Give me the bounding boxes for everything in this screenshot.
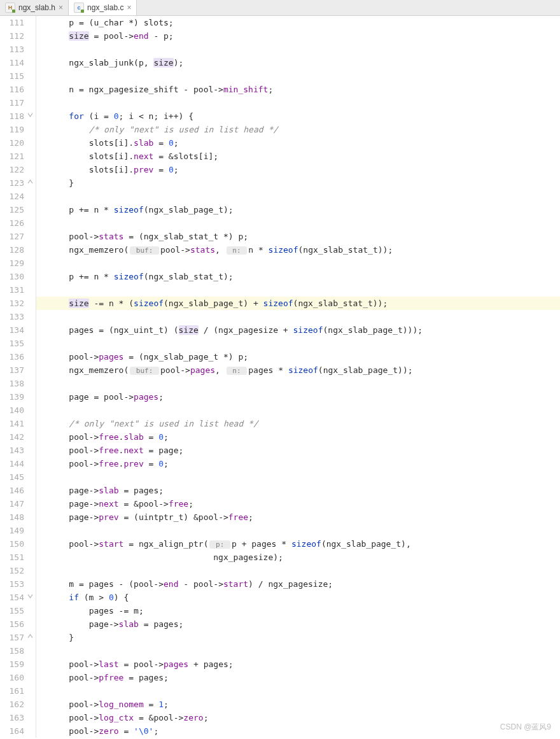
code-line[interactable]: pool->free.prev = 0;: [49, 457, 560, 470]
fold-end-icon[interactable]: [27, 633, 33, 639]
line-number: 117: [4, 96, 24, 109]
code-line[interactable]: ngx_memzero( buf: pool->pages, n: pages …: [49, 363, 560, 377]
line-number: 147: [4, 497, 24, 510]
code-line[interactable]: page->next = &pool->free;: [49, 497, 560, 510]
close-icon[interactable]: ×: [127, 4, 131, 11]
code-line[interactable]: p = (u_char *) slots;: [49, 16, 560, 29]
line-number: 158: [4, 644, 24, 658]
code-line[interactable]: page->slab = pages;: [49, 617, 560, 631]
code-line[interactable]: slots[i].slab = 0;: [49, 136, 560, 150]
line-number: 145: [4, 470, 24, 484]
line-number: 135: [4, 337, 24, 350]
code-line[interactable]: [49, 43, 560, 56]
code-line[interactable]: pages = (ngx_uint_t) (size / (ngx_pagesi…: [49, 323, 560, 337]
parameter-hint: n:: [227, 246, 248, 255]
code-line[interactable]: [49, 283, 560, 297]
tab-bar: ngx_slab.h × ngx_slab.c ×: [0, 0, 560, 16]
line-number: 142: [4, 430, 24, 444]
code-line[interactable]: p += n * sizeof(ngx_slab_page_t);: [49, 203, 560, 216]
tab-ngx-slab-c[interactable]: ngx_slab.c ×: [69, 0, 137, 15]
watermark: CSDN @蓝风9: [500, 721, 551, 734]
line-number: 123: [4, 176, 24, 190]
line-number: 126: [4, 216, 24, 230]
line-number: 125: [4, 203, 24, 216]
code-line[interactable]: [49, 69, 560, 83]
code-line[interactable]: pool->pages = (ngx_slab_page_t *) p;: [49, 350, 560, 363]
code-line[interactable]: size = pool->end - p;: [49, 29, 560, 43]
code-line[interactable]: p += n * sizeof(ngx_slab_stat_t);: [49, 270, 560, 283]
code-line[interactable]: n = ngx_pagesize_shift - pool->min_shift…: [49, 83, 560, 96]
line-number: 160: [4, 671, 24, 684]
code-line[interactable]: }: [49, 631, 560, 644]
code-line[interactable]: page = pool->pages;: [49, 390, 560, 404]
code-line[interactable]: }: [49, 176, 560, 190]
code-line[interactable]: pool->log_ctx = &pool->zero;: [49, 711, 560, 724]
tab-ngx-slab-h[interactable]: ngx_slab.h ×: [0, 0, 69, 15]
code-area[interactable]: p = (u_char *) slots; size = pool->end -…: [36, 16, 560, 738]
line-number: 122: [4, 163, 24, 176]
code-line[interactable]: pool->log_nomem = 1;: [49, 698, 560, 711]
code-line[interactable]: [49, 310, 560, 323]
line-number: 120: [4, 136, 24, 150]
line-number: 144: [4, 457, 24, 470]
line-number: 130: [4, 270, 24, 283]
code-line[interactable]: pool->start = ngx_align_ptr( p: p + page…: [49, 537, 560, 551]
code-line[interactable]: [49, 404, 560, 417]
code-line[interactable]: [49, 216, 560, 230]
fold-end-icon[interactable]: [27, 179, 33, 185]
tab-label: ngx_slab.c: [87, 3, 123, 12]
line-number: 127: [4, 230, 24, 243]
code-line[interactable]: [49, 190, 560, 203]
line-number: 124: [4, 190, 24, 203]
c-file-icon: [74, 3, 84, 13]
line-number: 155: [4, 604, 24, 617]
code-line[interactable]: page->prev = (uintptr_t) &pool->free;: [49, 510, 560, 524]
code-line[interactable]: [49, 470, 560, 484]
code-line[interactable]: [49, 377, 560, 390]
code-line[interactable]: /* only "next" is used in list head */: [49, 417, 560, 430]
line-number: 146: [4, 484, 24, 497]
fold-collapse-icon[interactable]: [27, 112, 33, 118]
code-line[interactable]: [49, 644, 560, 658]
code-line[interactable]: slots[i].prev = 0;: [49, 163, 560, 176]
line-number: 113: [4, 43, 24, 56]
line-number: 156: [4, 617, 24, 631]
line-number: 148: [4, 510, 24, 524]
code-line[interactable]: [49, 524, 560, 537]
code-line[interactable]: ngx_slab_junk(p, size);: [49, 56, 560, 69]
line-number: 129: [4, 257, 24, 270]
parameter-hint: buf:: [130, 367, 159, 375]
code-line[interactable]: for (i = 0; i < n; i++) {: [49, 109, 560, 123]
code-line[interactable]: pool->last = pool->pages + pages;: [49, 658, 560, 671]
code-line[interactable]: pool->zero = '\0';: [49, 724, 560, 738]
code-line[interactable]: [49, 564, 560, 577]
code-line[interactable]: [49, 96, 560, 109]
code-line[interactable]: pages -= m;: [49, 604, 560, 617]
line-number: 132: [4, 297, 24, 310]
code-line[interactable]: pool->free.next = page;: [49, 444, 560, 457]
code-line[interactable]: pool->pfree = pages;: [49, 671, 560, 684]
code-line[interactable]: pool->free.slab = 0;: [49, 430, 560, 444]
code-line[interactable]: if (m > 0) {: [49, 591, 560, 604]
line-number: 154: [4, 591, 24, 604]
line-number: 115: [4, 69, 24, 83]
close-icon[interactable]: ×: [59, 4, 63, 11]
code-line[interactable]: pool->stats = (ngx_slab_stat_t *) p;: [49, 230, 560, 243]
code-line[interactable]: /* only "next" is used in list head */: [49, 123, 560, 136]
code-line[interactable]: [49, 684, 560, 698]
code-line[interactable]: [49, 337, 560, 350]
line-number: 153: [4, 577, 24, 591]
code-editor[interactable]: 1111121131141151161171181191201211221231…: [0, 16, 560, 738]
code-line[interactable]: ngx_memzero( buf: pool->stats, n: n * si…: [49, 243, 560, 257]
code-line[interactable]: [49, 257, 560, 270]
fold-collapse-icon[interactable]: [27, 593, 33, 599]
code-line[interactable]: m = pages - (pool->end - pool->start) / …: [49, 577, 560, 591]
line-number: 116: [4, 83, 24, 96]
line-number: 114: [4, 56, 24, 69]
code-line[interactable]: ngx_pagesize);: [49, 551, 560, 564]
line-number: 162: [4, 698, 24, 711]
code-line[interactable]: size -= n * (sizeof(ngx_slab_page_t) + s…: [36, 297, 560, 310]
parameter-hint: p:: [209, 540, 230, 549]
code-line[interactable]: slots[i].next = &slots[i];: [49, 150, 560, 163]
code-line[interactable]: page->slab = pages;: [49, 484, 560, 497]
